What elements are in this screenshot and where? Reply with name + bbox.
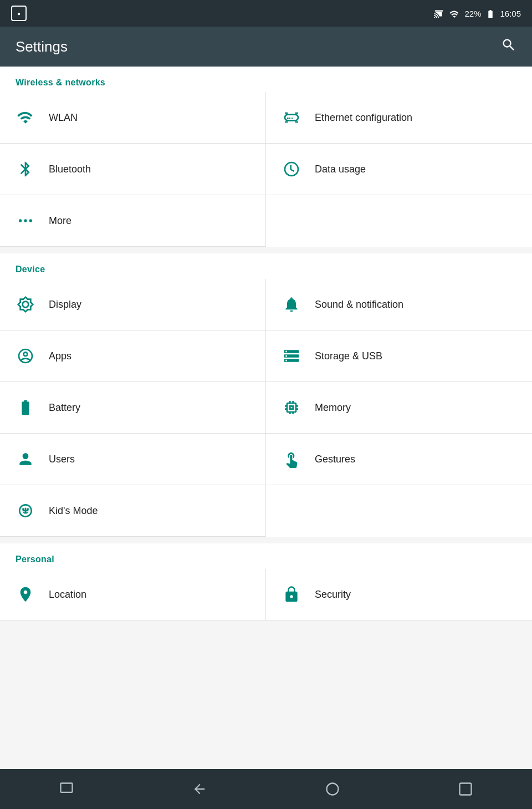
gestures-icon xyxy=(282,449,301,469)
gestures-label: Gestures xyxy=(315,454,355,465)
settings-content: Wireless & networks WLAN Ethernet config… xyxy=(0,67,532,769)
svg-point-8 xyxy=(27,508,29,510)
settings-item-location[interactable]: Location xyxy=(0,569,266,620)
display-icon xyxy=(16,294,35,314)
wlan-label: WLAN xyxy=(49,112,78,124)
location-label: Location xyxy=(49,589,86,601)
section-device: Device Display Sound & notification Apps xyxy=(0,253,532,537)
datausage-label: Data usage xyxy=(315,164,366,175)
status-bar: 22% 16:05 xyxy=(0,0,532,27)
bluetooth-icon xyxy=(16,159,35,179)
apps-label: Apps xyxy=(49,350,71,362)
settings-item-more[interactable]: More xyxy=(0,195,266,247)
storage-icon xyxy=(282,346,301,366)
nav-recents-button[interactable] xyxy=(50,772,83,806)
wifi-status-icon xyxy=(449,9,460,18)
settings-item-wlan[interactable]: WLAN xyxy=(0,92,266,144)
svg-point-4 xyxy=(19,219,22,222)
battery-settings-icon xyxy=(16,398,35,418)
svg-rect-1 xyxy=(295,113,298,114)
nav-back-button[interactable] xyxy=(183,772,216,806)
kidsmode-label: Kid's Mode xyxy=(49,505,98,517)
svg-rect-2 xyxy=(285,121,288,123)
svg-point-6 xyxy=(29,219,32,222)
display-label: Display xyxy=(49,299,81,311)
settings-item-sound[interactable]: Sound & notification xyxy=(266,279,532,330)
status-bar-left xyxy=(11,6,27,21)
nav-home-button[interactable] xyxy=(316,772,349,806)
memory-icon xyxy=(282,398,301,418)
settings-item-gestures[interactable]: Gestures xyxy=(266,434,532,485)
settings-item-apps[interactable]: Apps xyxy=(0,330,266,382)
bluetooth-label: Bluetooth xyxy=(49,164,91,175)
svg-point-10 xyxy=(327,783,339,795)
wlan-icon xyxy=(16,108,35,128)
settings-item-security[interactable]: Security xyxy=(266,569,532,620)
settings-item-datausage[interactable]: Data usage xyxy=(266,144,532,195)
status-bar-right: 22% 16:05 xyxy=(433,9,521,18)
time: 16:05 xyxy=(500,9,521,18)
section-header-personal: Personal xyxy=(0,543,532,569)
svg-point-5 xyxy=(24,219,27,222)
ethernet-label: Ethernet configuration xyxy=(315,112,412,124)
nav-bar xyxy=(0,769,532,809)
svg-point-7 xyxy=(22,508,24,510)
users-label: Users xyxy=(49,454,75,465)
settings-item-users[interactable]: Users xyxy=(0,434,266,485)
section-wireless: Wireless & networks WLAN Ethernet config… xyxy=(0,67,532,247)
svg-rect-3 xyxy=(295,121,298,123)
sound-label: Sound & notification xyxy=(315,299,403,311)
users-icon xyxy=(16,449,35,469)
security-label: Security xyxy=(315,589,351,601)
apps-icon xyxy=(16,346,35,366)
more-label: More xyxy=(49,215,71,227)
location-icon xyxy=(16,584,35,604)
screenshot-icon xyxy=(11,6,27,21)
storage-label: Storage & USB xyxy=(315,350,382,362)
section-personal: Personal Location Security xyxy=(0,543,532,620)
memory-label: Memory xyxy=(315,402,351,414)
settings-item-storage[interactable]: Storage & USB xyxy=(266,330,532,382)
battery-icon xyxy=(485,9,495,18)
cast-icon xyxy=(433,9,444,18)
settings-item-bluetooth[interactable]: Bluetooth xyxy=(0,144,266,195)
settings-item-memory[interactable]: Memory xyxy=(266,382,532,434)
battery-percentage: 22% xyxy=(464,9,481,18)
nav-square-button[interactable] xyxy=(449,772,482,806)
section-header-wireless: Wireless & networks xyxy=(0,67,532,92)
svg-rect-9 xyxy=(61,783,73,792)
settings-item-display[interactable]: Display xyxy=(0,279,266,330)
settings-item-ethernet[interactable]: Ethernet configuration xyxy=(266,92,532,144)
search-button[interactable] xyxy=(501,37,516,57)
app-bar: Settings xyxy=(0,27,532,67)
datausage-icon xyxy=(282,159,301,179)
personal-grid: Location Security xyxy=(0,569,532,620)
device-grid: Display Sound & notification Apps Storag… xyxy=(0,279,532,537)
more-icon xyxy=(16,211,35,231)
settings-item-battery[interactable]: Battery xyxy=(0,382,266,434)
kidsmode-icon xyxy=(16,501,35,521)
battery-label: Battery xyxy=(49,402,80,414)
ethernet-icon xyxy=(282,108,301,128)
security-icon xyxy=(282,584,301,604)
svg-rect-11 xyxy=(460,783,472,795)
svg-rect-0 xyxy=(285,113,288,114)
section-header-device: Device xyxy=(0,253,532,279)
wireless-grid: WLAN Ethernet configuration Bluetooth Da… xyxy=(0,92,532,247)
page-title: Settings xyxy=(16,38,68,55)
sound-icon xyxy=(282,294,301,314)
settings-item-kidsmode[interactable]: Kid's Mode xyxy=(0,485,266,537)
